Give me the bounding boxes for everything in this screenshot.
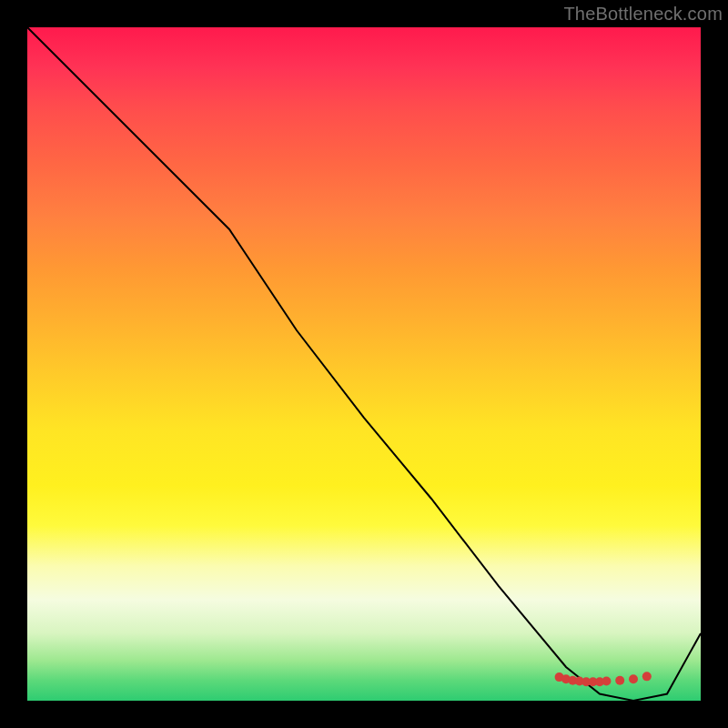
chart-overlay [27,27,701,701]
minimum-markers [555,672,652,686]
minimum-marker [642,672,652,681]
minimum-marker [602,677,611,686]
watermark-label: TheBottleneck.com [563,4,723,25]
bottleneck-curve [27,27,701,701]
minimum-marker [629,674,638,683]
minimum-marker [615,676,624,685]
